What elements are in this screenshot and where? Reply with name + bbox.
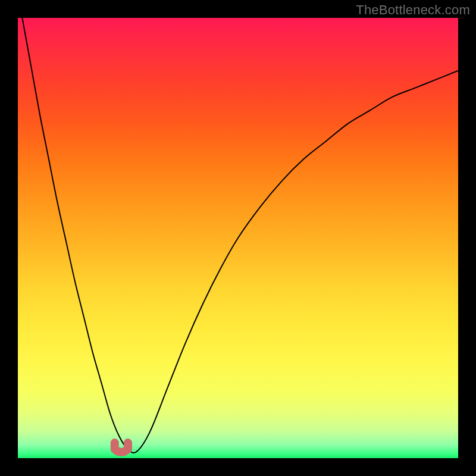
bottleneck-curve-line (22, 18, 458, 453)
chart-container: TheBottleneck.com (0, 0, 476, 476)
chart-plot-area (18, 18, 458, 458)
highlight-marker (115, 443, 128, 452)
watermark-text: TheBottleneck.com (356, 2, 470, 18)
chart-svg (18, 18, 458, 458)
